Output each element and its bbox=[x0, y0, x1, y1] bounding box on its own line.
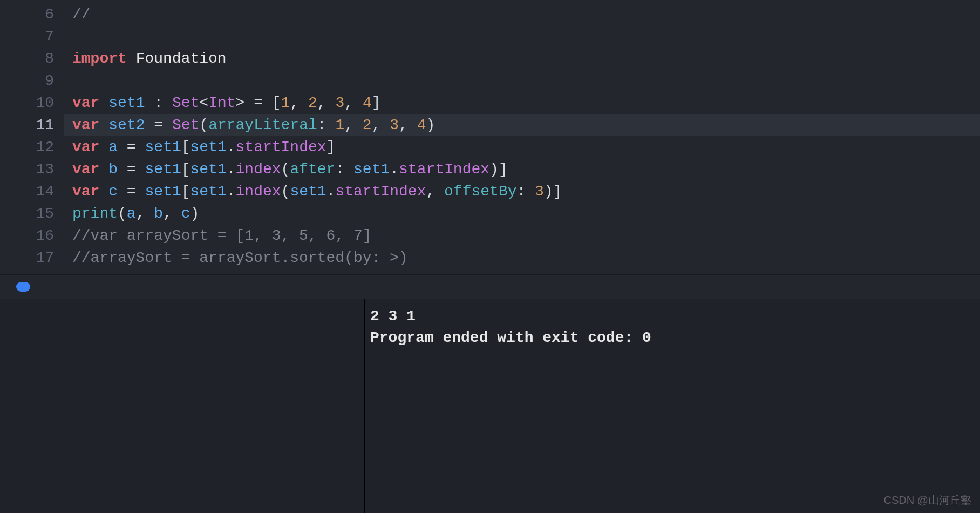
number-token: 1 bbox=[281, 94, 290, 111]
debug-indicator-icon[interactable] bbox=[16, 282, 30, 292]
line-number: 10 bbox=[0, 92, 64, 114]
type-token: Set bbox=[172, 94, 199, 111]
watermark-text: CSDN @山河丘壑 bbox=[883, 493, 971, 508]
property-token: startIndex bbox=[236, 139, 326, 156]
line-number: 16 bbox=[0, 225, 64, 247]
code-line[interactable]: var a = set1[set1.startIndex] bbox=[64, 136, 980, 158]
comment-token: //var arraySort = [1, 3, 5, 6, 7] bbox=[72, 227, 372, 244]
code-editor[interactable]: 67891011121314151617 // import Foundatio… bbox=[0, 0, 980, 274]
module-token: Foundation bbox=[136, 50, 227, 67]
code-line[interactable]: import Foundation bbox=[64, 48, 980, 70]
code-line[interactable]: var set1 : Set<Int> = [1, 2, 3, 4] bbox=[64, 92, 980, 114]
debug-area: 2 3 1Program ended with exit code: 0 bbox=[0, 299, 980, 513]
code-line[interactable]: // bbox=[64, 3, 980, 25]
line-number: 12 bbox=[0, 136, 64, 158]
line-number-gutter: 67891011121314151617 bbox=[0, 0, 64, 274]
code-line[interactable]: var b = set1[set1.index(after: set1.star… bbox=[64, 158, 980, 180]
type-token: Int bbox=[208, 94, 235, 111]
debug-bar bbox=[0, 274, 980, 299]
line-number: 15 bbox=[0, 202, 64, 225]
line-number: 8 bbox=[0, 48, 64, 70]
code-line[interactable]: //arraySort = arraySort.sorted(by: >) bbox=[64, 247, 980, 269]
line-number: 7 bbox=[0, 25, 64, 48]
comment-token: // bbox=[72, 6, 91, 23]
code-line[interactable]: print(a, b, c) bbox=[64, 202, 980, 225]
console-line: 2 3 1 bbox=[370, 306, 975, 327]
variables-pane[interactable] bbox=[0, 299, 365, 513]
console-output[interactable]: 2 3 1Program ended with exit code: 0 bbox=[365, 299, 980, 513]
line-number: 13 bbox=[0, 158, 64, 180]
line-number: 14 bbox=[0, 180, 64, 202]
keyword-token: import bbox=[72, 50, 127, 67]
identifier-token: set1 bbox=[108, 94, 145, 111]
line-number: 17 bbox=[0, 247, 64, 269]
argument-label-token: arrayLiteral bbox=[208, 117, 317, 133]
line-number: 6 bbox=[0, 3, 64, 25]
code-line[interactable]: var c = set1[set1.index(set1.startIndex,… bbox=[64, 180, 980, 202]
code-line[interactable] bbox=[64, 70, 980, 92]
code-line[interactable] bbox=[64, 25, 980, 48]
line-number: 9 bbox=[0, 70, 64, 92]
code-content[interactable]: // import Foundation var set1 : Set<Int>… bbox=[64, 0, 980, 274]
keyword-token: var bbox=[72, 94, 99, 111]
function-call-token: print bbox=[72, 205, 118, 222]
console-line: Program ended with exit code: 0 bbox=[370, 327, 975, 349]
comment-token: //arraySort = arraySort.sorted(by: >) bbox=[72, 249, 408, 266]
code-line-active[interactable]: var set2 = Set(arrayLiteral: 1, 2, 3, 4) bbox=[64, 114, 980, 136]
line-number: 11 bbox=[0, 114, 64, 136]
code-line[interactable]: //var arraySort = [1, 3, 5, 6, 7] bbox=[64, 225, 980, 247]
